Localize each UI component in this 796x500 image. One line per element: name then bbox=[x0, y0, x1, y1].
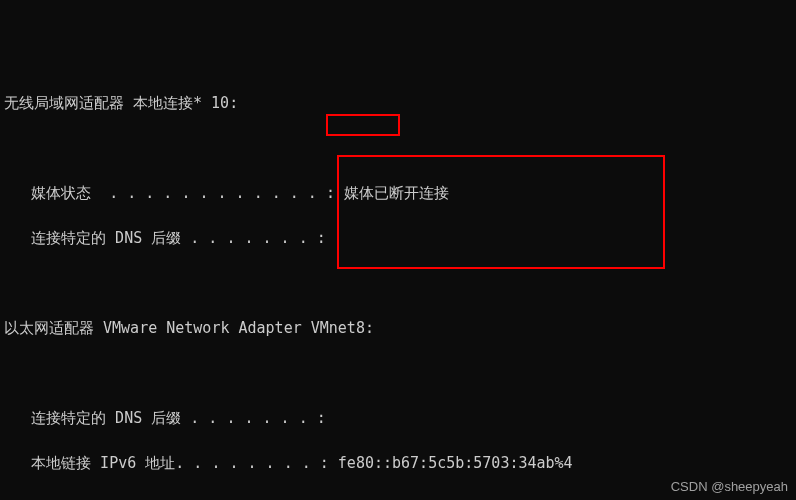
blank-line bbox=[4, 137, 792, 160]
wireless-media-state: 媒体状态 . . . . . . . . . . . . : 媒体已断开连接 bbox=[4, 182, 792, 205]
vmnet8-dns-suffix: 连接特定的 DNS 后缀 . . . . . . . : bbox=[4, 407, 792, 430]
vmnet8-ipv6: 本地链接 IPv6 地址. . . . . . . . : fe80::b67:… bbox=[4, 452, 792, 475]
highlight-vmnet8-name bbox=[326, 114, 400, 136]
vmnet8-header-prefix: 以太网适配器 VMware Network Adapter bbox=[4, 319, 302, 337]
blank-line bbox=[4, 272, 792, 295]
media-label: 媒体状态 . . . . . . . . . . . . : bbox=[4, 184, 344, 202]
vmnet8-adapter-header: 以太网适配器 VMware Network Adapter VMnet8: bbox=[4, 317, 792, 340]
ipv6-value: fe80::b67:5c5b:5703:34ab%4 bbox=[338, 454, 573, 472]
watermark: CSDN @sheepyeah bbox=[671, 477, 788, 497]
blank-line bbox=[4, 362, 792, 385]
media-value: 媒体已断开连接 bbox=[344, 184, 449, 202]
wireless-dns-suffix: 连接特定的 DNS 后缀 . . . . . . . : bbox=[4, 227, 792, 250]
highlight-vmnet8-values bbox=[337, 155, 665, 269]
wireless-adapter-header: 无线局域网适配器 本地连接* 10: bbox=[4, 92, 792, 115]
vmnet8-header-boxed: VMnet8: bbox=[302, 319, 374, 337]
ipv6-label: 本地链接 IPv6 地址. . . . . . . . : bbox=[4, 454, 338, 472]
